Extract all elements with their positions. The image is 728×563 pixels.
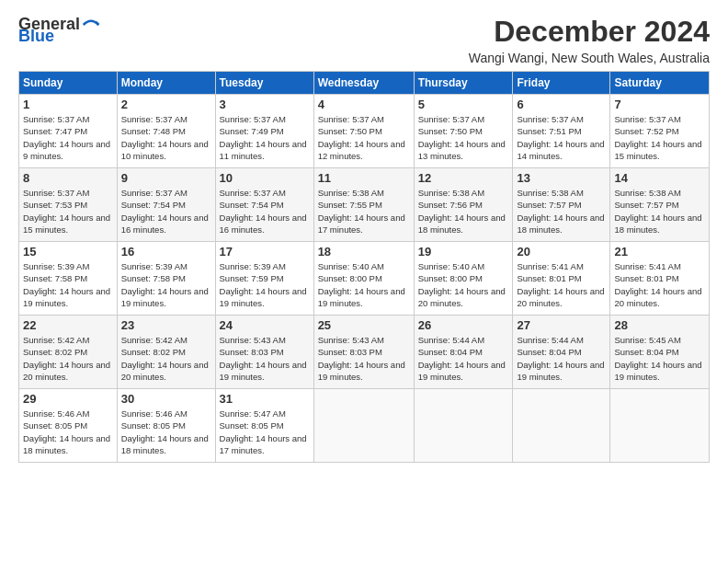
calendar-day-cell: 1Sunrise: 5:37 AMSunset: 7:47 PMDaylight…: [19, 95, 118, 168]
calendar-day-cell: 29Sunrise: 5:46 AMSunset: 8:05 PMDayligh…: [19, 389, 118, 463]
calendar-day-cell: 25Sunrise: 5:43 AMSunset: 8:03 PMDayligh…: [313, 316, 414, 389]
month-title: December 2024: [469, 15, 710, 49]
day-number: 27: [517, 318, 606, 332]
day-number: 1: [23, 98, 113, 111]
day-info: Sunrise: 5:37 AMSunset: 7:54 PMDaylight:…: [121, 187, 211, 236]
calendar-header-row: Sunday Monday Tuesday Wednesday Thursday…: [19, 72, 710, 95]
day-number: 25: [318, 318, 410, 332]
day-info: Sunrise: 5:40 AMSunset: 8:00 PMDaylight:…: [318, 260, 410, 309]
calendar-day-cell: 16Sunrise: 5:39 AMSunset: 7:58 PMDayligh…: [117, 242, 215, 316]
day-number: 10: [220, 171, 310, 185]
day-number: 16: [121, 245, 211, 259]
day-number: 8: [23, 171, 113, 185]
day-info: Sunrise: 5:39 AMSunset: 7:58 PMDaylight:…: [23, 260, 113, 309]
calendar-week-row: 8Sunrise: 5:37 AMSunset: 7:53 PMDaylight…: [19, 168, 710, 242]
calendar-day-cell: 15Sunrise: 5:39 AMSunset: 7:58 PMDayligh…: [19, 242, 118, 316]
day-info: Sunrise: 5:38 AMSunset: 7:55 PMDaylight:…: [318, 187, 410, 236]
day-number: 2: [121, 98, 211, 111]
day-info: Sunrise: 5:39 AMSunset: 7:58 PMDaylight:…: [121, 260, 211, 309]
day-number: 7: [614, 98, 705, 111]
day-info: Sunrise: 5:38 AMSunset: 7:56 PMDaylight:…: [418, 187, 509, 236]
calendar-day-cell: 10Sunrise: 5:37 AMSunset: 7:54 PMDayligh…: [215, 168, 313, 242]
day-number: 21: [614, 245, 705, 259]
day-info: Sunrise: 5:37 AMSunset: 7:51 PMDaylight:…: [517, 113, 606, 162]
day-number: 19: [418, 245, 509, 259]
calendar-day-cell: 28Sunrise: 5:45 AMSunset: 8:04 PMDayligh…: [610, 316, 710, 389]
calendar-day-cell: 8Sunrise: 5:37 AMSunset: 7:53 PMDaylight…: [19, 168, 118, 242]
calendar-day-cell: 19Sunrise: 5:40 AMSunset: 8:00 PMDayligh…: [414, 242, 513, 316]
day-info: Sunrise: 5:38 AMSunset: 7:57 PMDaylight:…: [517, 187, 606, 236]
location-title: Wangi Wangi, New South Wales, Australia: [469, 51, 710, 65]
day-number: 11: [318, 171, 410, 185]
day-info: Sunrise: 5:41 AMSunset: 8:01 PMDaylight:…: [614, 260, 705, 309]
calendar: Sunday Monday Tuesday Wednesday Thursday…: [18, 71, 710, 463]
day-number: 17: [220, 245, 310, 259]
calendar-day-cell: 7Sunrise: 5:37 AMSunset: 7:52 PMDaylight…: [610, 95, 710, 168]
day-number: 9: [121, 171, 211, 185]
calendar-day-cell: 2Sunrise: 5:37 AMSunset: 7:48 PMDaylight…: [117, 95, 215, 168]
calendar-body: 1Sunrise: 5:37 AMSunset: 7:47 PMDaylight…: [19, 95, 710, 463]
day-info: Sunrise: 5:44 AMSunset: 8:04 PMDaylight:…: [517, 334, 606, 383]
calendar-day-cell: 24Sunrise: 5:43 AMSunset: 8:03 PMDayligh…: [215, 316, 313, 389]
header-tuesday: Tuesday: [215, 72, 313, 95]
logo: General Blue: [18, 15, 100, 46]
header-friday: Friday: [513, 72, 610, 95]
day-number: 24: [220, 318, 310, 332]
calendar-day-cell: 27Sunrise: 5:44 AMSunset: 8:04 PMDayligh…: [513, 316, 610, 389]
day-info: Sunrise: 5:37 AMSunset: 7:49 PMDaylight:…: [220, 113, 310, 162]
day-number: 3: [220, 98, 310, 111]
header-wednesday: Wednesday: [313, 72, 414, 95]
day-number: 28: [614, 318, 705, 332]
calendar-week-row: 22Sunrise: 5:42 AMSunset: 8:02 PMDayligh…: [19, 316, 710, 389]
calendar-day-cell: 4Sunrise: 5:37 AMSunset: 7:50 PMDaylight…: [313, 95, 414, 168]
day-number: 20: [517, 245, 606, 259]
day-number: 6: [517, 98, 606, 111]
header-saturday: Saturday: [610, 72, 710, 95]
calendar-day-cell: [313, 389, 414, 463]
day-number: 15: [23, 245, 113, 259]
day-info: Sunrise: 5:39 AMSunset: 7:59 PMDaylight:…: [220, 260, 310, 309]
calendar-week-row: 29Sunrise: 5:46 AMSunset: 8:05 PMDayligh…: [19, 389, 710, 463]
calendar-day-cell: 3Sunrise: 5:37 AMSunset: 7:49 PMDaylight…: [215, 95, 313, 168]
header-sunday: Sunday: [19, 72, 118, 95]
day-info: Sunrise: 5:43 AMSunset: 8:03 PMDaylight:…: [318, 334, 410, 383]
calendar-day-cell: 17Sunrise: 5:39 AMSunset: 7:59 PMDayligh…: [215, 242, 313, 316]
header: General Blue December 2024 Wangi Wangi, …: [18, 15, 710, 65]
calendar-day-cell: 30Sunrise: 5:46 AMSunset: 8:05 PMDayligh…: [117, 389, 215, 463]
calendar-day-cell: 12Sunrise: 5:38 AMSunset: 7:56 PMDayligh…: [414, 168, 513, 242]
day-number: 14: [614, 171, 705, 185]
day-info: Sunrise: 5:47 AMSunset: 8:05 PMDaylight:…: [220, 408, 310, 456]
day-number: 31: [220, 392, 310, 406]
calendar-day-cell: 6Sunrise: 5:37 AMSunset: 7:51 PMDaylight…: [513, 95, 610, 168]
calendar-day-cell: 26Sunrise: 5:44 AMSunset: 8:04 PMDayligh…: [414, 316, 513, 389]
day-number: 22: [23, 318, 113, 332]
calendar-day-cell: [414, 389, 513, 463]
calendar-day-cell: 9Sunrise: 5:37 AMSunset: 7:54 PMDaylight…: [117, 168, 215, 242]
calendar-day-cell: 21Sunrise: 5:41 AMSunset: 8:01 PMDayligh…: [610, 242, 710, 316]
header-monday: Monday: [117, 72, 215, 95]
calendar-day-cell: 18Sunrise: 5:40 AMSunset: 8:00 PMDayligh…: [313, 242, 414, 316]
day-info: Sunrise: 5:46 AMSunset: 8:05 PMDaylight:…: [121, 408, 211, 456]
day-number: 29: [23, 392, 113, 406]
calendar-day-cell: 5Sunrise: 5:37 AMSunset: 7:50 PMDaylight…: [414, 95, 513, 168]
day-number: 4: [318, 98, 410, 111]
calendar-day-cell: 22Sunrise: 5:42 AMSunset: 8:02 PMDayligh…: [19, 316, 118, 389]
day-info: Sunrise: 5:43 AMSunset: 8:03 PMDaylight:…: [220, 334, 310, 383]
day-info: Sunrise: 5:42 AMSunset: 8:02 PMDaylight:…: [121, 334, 211, 383]
day-number: 26: [418, 318, 509, 332]
day-info: Sunrise: 5:37 AMSunset: 7:47 PMDaylight:…: [23, 113, 113, 162]
calendar-day-cell: 31Sunrise: 5:47 AMSunset: 8:05 PMDayligh…: [215, 389, 313, 463]
calendar-day-cell: [513, 389, 610, 463]
day-info: Sunrise: 5:45 AMSunset: 8:04 PMDaylight:…: [614, 334, 705, 383]
day-number: 18: [318, 245, 410, 259]
day-info: Sunrise: 5:37 AMSunset: 7:50 PMDaylight:…: [418, 113, 509, 162]
day-number: 12: [418, 171, 509, 185]
calendar-day-cell: 13Sunrise: 5:38 AMSunset: 7:57 PMDayligh…: [513, 168, 610, 242]
calendar-day-cell: 23Sunrise: 5:42 AMSunset: 8:02 PMDayligh…: [117, 316, 215, 389]
day-number: 23: [121, 318, 211, 332]
title-area: December 2024 Wangi Wangi, New South Wal…: [469, 15, 710, 65]
header-thursday: Thursday: [414, 72, 513, 95]
day-number: 30: [121, 392, 211, 406]
day-info: Sunrise: 5:44 AMSunset: 8:04 PMDaylight:…: [418, 334, 509, 383]
calendar-week-row: 15Sunrise: 5:39 AMSunset: 7:58 PMDayligh…: [19, 242, 710, 316]
